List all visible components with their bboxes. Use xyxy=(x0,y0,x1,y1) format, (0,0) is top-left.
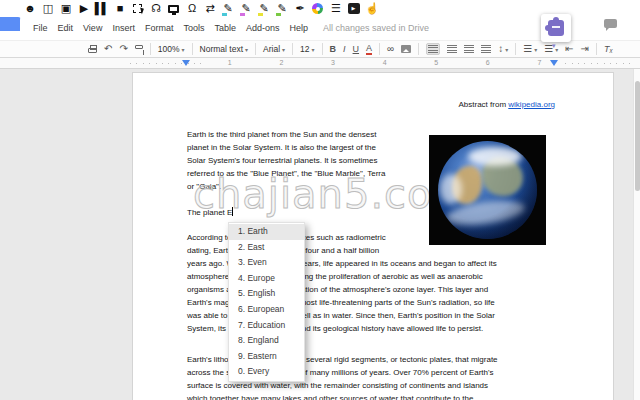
ruler-number: 2 xyxy=(256,59,308,66)
book-icon[interactable]: ◫ xyxy=(41,2,54,16)
print-icon[interactable] xyxy=(88,45,97,53)
toolbar-divider xyxy=(292,43,293,55)
styles-select[interactable]: Normal text▾ xyxy=(200,44,248,54)
align-justify-icon[interactable] xyxy=(481,45,491,53)
autocomplete-item[interactable]: 1. Earth xyxy=(229,224,304,240)
menu-item[interactable]: Table xyxy=(214,23,236,33)
announcer-icon[interactable]: ☊ xyxy=(149,2,162,16)
outdent-icon[interactable]: ⇤ xyxy=(565,44,573,54)
paint-format-icon[interactable] xyxy=(135,45,143,54)
undo-icon[interactable]: ↶ xyxy=(104,44,112,54)
toolbar-divider xyxy=(515,43,516,55)
ruler-number: 5 xyxy=(410,59,462,66)
zoom-select[interactable]: 100%▾ xyxy=(158,44,185,54)
autocomplete-item[interactable]: 6. European xyxy=(229,302,304,318)
highlighter-yellow-icon[interactable]: ✎ xyxy=(257,2,270,16)
vertical-scrollbar[interactable] xyxy=(633,69,640,400)
scrollbar-thumb[interactable] xyxy=(635,81,640,191)
ruler-number: 6 xyxy=(462,59,514,66)
earth-image[interactable] xyxy=(429,135,546,245)
autocomplete-item[interactable]: 9. Eastern xyxy=(229,349,304,365)
line-spacing-icon[interactable]: ↕▾ xyxy=(498,44,508,54)
toolbar-divider xyxy=(379,43,380,55)
save-status: All changes saved in Drive xyxy=(323,23,429,33)
text-color-button[interactable]: A xyxy=(366,44,372,55)
autocomplete-item[interactable]: 8. England xyxy=(229,333,304,349)
stamp-pen-icon[interactable]: ✒ xyxy=(293,2,306,16)
insert-link-icon[interactable]: ∞ xyxy=(387,44,394,54)
ruler-number: 4 xyxy=(359,59,411,66)
document-canvas: Abstract from wikipedia.org Earth is the… xyxy=(0,69,640,400)
list-icon[interactable]: ☰ xyxy=(329,2,342,16)
doc-line: planet in the Solar System. It is also t… xyxy=(187,141,385,154)
abstract-line: Abstract from wikipedia.org xyxy=(459,100,556,109)
doc-line: which together have many lakes and other… xyxy=(187,392,498,400)
font-size-select[interactable]: 12▾ xyxy=(300,44,314,54)
autocomplete-item[interactable]: 4. Europe xyxy=(229,271,304,287)
bold-button[interactable]: B xyxy=(330,45,337,54)
menu-item[interactable]: File xyxy=(33,23,48,33)
toolbar-divider xyxy=(255,43,256,55)
document-page[interactable]: Abstract from wikipedia.org Earth is the… xyxy=(132,72,614,400)
highlighter-cyan-icon[interactable]: ✎ xyxy=(221,2,234,16)
menu-item[interactable]: Add-ons xyxy=(246,23,280,33)
toolbar-divider xyxy=(192,43,193,55)
callout-caret-icon: ▾ xyxy=(552,42,556,50)
align-center-icon[interactable] xyxy=(447,45,457,53)
speak-person-icon[interactable]: ☻ xyxy=(23,2,36,16)
pause-icon[interactable]: ▌▌ xyxy=(95,2,108,16)
autocomplete-item[interactable]: 0. Every xyxy=(229,364,304,380)
autocomplete-item[interactable]: 3. Even xyxy=(229,255,304,271)
menu-item[interactable]: Insert xyxy=(112,23,135,33)
format-toolbar: ↶↷100%▾Normal text▾Arial▾12▾BIUA∞↕▾☰▾☰▾⇤… xyxy=(0,40,640,58)
menu-item[interactable]: View xyxy=(83,23,102,33)
doc-line: Earth is the third planet from the Sun a… xyxy=(187,128,385,141)
left-margin-marker[interactable] xyxy=(182,60,190,66)
stop-icon[interactable]: ■ xyxy=(113,2,126,16)
highlighter-magenta-icon[interactable]: ✎ xyxy=(239,2,252,16)
highlighter-green-icon[interactable]: ✎ xyxy=(275,2,288,16)
select-area-icon[interactable] xyxy=(131,2,144,16)
play-icon[interactable]: ▶ xyxy=(77,2,90,16)
insert-image-icon[interactable] xyxy=(401,45,411,53)
font-select[interactable]: Arial▾ xyxy=(263,44,285,54)
picture-icon[interactable]: ▣ xyxy=(59,2,72,16)
ruler-number: 1 xyxy=(204,59,256,66)
google-docs-window: ☻◫▣▶▌▌■☊Ω⇄✎✎✎✎✒☰▶☝ FileEditViewInsertFor… xyxy=(0,0,640,400)
puzzle-extension-icon[interactable] xyxy=(548,20,564,36)
autocomplete-item[interactable]: 5. English xyxy=(229,286,304,302)
abstract-text: Abstract from xyxy=(459,100,509,109)
headphones-icon[interactable]: Ω xyxy=(185,2,198,16)
menu-item[interactable]: Format xyxy=(145,23,174,33)
redo-icon[interactable]: ↷ xyxy=(119,44,127,54)
italic-button[interactable]: I xyxy=(343,45,346,54)
menu-item[interactable]: Help xyxy=(289,23,308,33)
autocomplete-dropdown: 1. Earth2. East3. Even4. Europe5. Englis… xyxy=(228,222,305,382)
menu-item[interactable]: Tools xyxy=(183,23,204,33)
menu-item[interactable]: Edit xyxy=(58,23,74,33)
pinwheel-icon[interactable] xyxy=(311,2,324,16)
underline-button[interactable]: U xyxy=(353,45,360,54)
video-box-icon[interactable]: ▶ xyxy=(347,2,360,16)
clear-formatting-icon[interactable]: Tₓ xyxy=(604,45,613,54)
comment-icon[interactable] xyxy=(604,19,617,28)
extension-callout[interactable] xyxy=(541,14,571,42)
toolbar-divider xyxy=(150,43,151,55)
right-margin-marker[interactable] xyxy=(550,60,558,66)
align-right-icon[interactable] xyxy=(464,45,474,53)
autocomplete-item[interactable]: 7. Education xyxy=(229,318,304,334)
toolbar-divider xyxy=(418,43,419,55)
ruler-number: 3 xyxy=(307,59,359,66)
shuffle-icon[interactable]: ⇄ xyxy=(203,2,216,16)
monitor-icon[interactable] xyxy=(167,2,180,16)
doc-line: Solar System's four terrestrial planets.… xyxy=(187,154,385,167)
align-left-icon[interactable] xyxy=(426,43,440,55)
ruler: 1234567 xyxy=(0,58,640,69)
indent-icon[interactable]: ⇥ xyxy=(581,44,589,54)
wikipedia-link[interactable]: wikipedia.org xyxy=(508,100,555,109)
toolbar-divider xyxy=(322,43,323,55)
hand-icon[interactable]: ☝ xyxy=(365,2,378,16)
docs-logo-fragment xyxy=(0,17,21,31)
numbered-list-icon[interactable]: ☰▾ xyxy=(523,44,537,54)
autocomplete-item[interactable]: 2. East xyxy=(229,240,304,256)
